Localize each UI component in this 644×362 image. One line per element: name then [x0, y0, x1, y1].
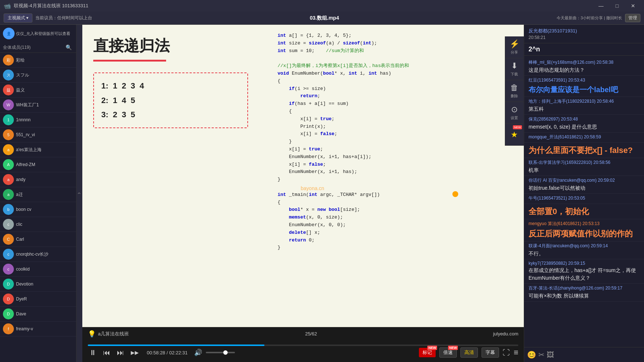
- member-name: coolkid: [16, 267, 30, 272]
- delete-button[interactable]: 🗑 删除: [505, 80, 523, 102]
- sidebar-member-item[interactable]: W WH装工厂1: [0, 98, 76, 113]
- message-text: 初始true.false可以然被动: [529, 184, 640, 192]
- close-button[interactable]: ✕: [626, 0, 640, 12]
- member-count-label: 全体成员(119): [3, 44, 64, 51]
- message-user: 你话行 AI 百安(rancuken@qq.com) 20:59:02: [529, 177, 640, 184]
- right-panel: 反光都都(2351071931) 20:58:21 2^n 棒棒_ml_留(×y…: [524, 25, 644, 362]
- user-avatar: 👤: [3, 28, 15, 39]
- emoji-button[interactable]: 😊: [527, 350, 536, 359]
- menu-button[interactable]: ≡: [514, 348, 518, 357]
- slide-title: 直接递归法: [93, 36, 248, 56]
- member-avatar: 益: [3, 84, 14, 95]
- chat-messages[interactable]: 棒棒_ml_留(×y168sms@126.com) 20:58:38 这是用动态…: [524, 56, 644, 347]
- sidebar-member-item[interactable]: 彩 彩绘: [0, 53, 76, 68]
- window-controls: — □ ✕: [594, 0, 640, 12]
- play-pause-button[interactable]: ⏸: [88, 348, 98, 358]
- message-user: mongque_开法(614018621) 20:58:59: [529, 134, 640, 140]
- screenshot-button[interactable]: 🖼: [547, 351, 554, 359]
- sidebar-member-item[interactable]: D Devotion: [0, 277, 76, 292]
- chat-message: 联课-4月面(rancuken@qq.com) 20:59:14 不行。: [524, 241, 644, 259]
- message-user: 联系-出学算法学习(1659222810) 20:58:56: [529, 160, 640, 166]
- sidebar-member-item[interactable]: D Dave: [0, 307, 76, 322]
- share-button[interactable]: ⚡ 分享: [505, 36, 523, 58]
- subtitle-button[interactable]: 字幕: [482, 347, 499, 358]
- forward-button[interactable]: ▶▶: [129, 349, 140, 356]
- member-name: DyeR: [16, 296, 27, 302]
- message-text: 在那成立的情况上，has+a[]才 符=sum之，再使EnumNumber有什么…: [529, 267, 640, 282]
- message-text: 反正后两项赋值作以别的作的: [529, 228, 640, 240]
- settings-button[interactable]: ⊙ 设置: [505, 102, 523, 124]
- sidebar-member-item[interactable]: c clic: [0, 217, 76, 232]
- video-slide: 直接递归法 1: 1 2 3 4 2: 1 4 5 3: 2 3 5 int a…: [82, 25, 524, 327]
- header-time: 20:58:21: [529, 35, 640, 40]
- slide-code-content: 1: 1 2 3 4 2: 1 4 5 3: 2 3 5: [101, 79, 240, 122]
- search-button[interactable]: 🔍: [64, 44, 73, 51]
- sidebar-collapse-arrow[interactable]: ‹: [76, 25, 82, 362]
- next-button[interactable]: ⏭: [115, 348, 126, 358]
- view-mode-dropdown[interactable]: 主视频式 ▾: [4, 13, 32, 23]
- sidebar-member-item[interactable]: c cnorqbhc-cv长沙: [0, 247, 76, 262]
- member-name: clic: [16, 222, 22, 227]
- chat-message: 百牙-算法-长话(zhanyihong@126.com) 20:59:17 可能…: [524, 284, 644, 302]
- minimize-button[interactable]: —: [594, 0, 608, 12]
- sidebar-member-item[interactable]: 5 551_rv_vi: [0, 127, 76, 142]
- favorite-button[interactable]: NEW ★: [505, 124, 523, 146]
- message-user: 联课-4月面(rancuken@qq.com) 20:59:14: [529, 243, 640, 249]
- download-button[interactable]: ⬇ 下载: [505, 58, 523, 80]
- member-avatar: a: [3, 189, 14, 200]
- slide-left: 直接递归法 1: 1 2 3 4 2: 1 4 5 3: 2 3 5: [82, 25, 259, 327]
- video-content[interactable]: 直接递归法 1: 1 2 3 4 2: 1 4 5 3: 2 3 5 int a…: [82, 25, 524, 327]
- message-text: 为什么里面不要把x[] - false?: [529, 144, 640, 156]
- cursor-dot: [452, 191, 458, 197]
- member-avatar: 1: [3, 114, 14, 125]
- member-name: andy: [16, 177, 25, 182]
- sidebar-member-item[interactable]: f freamy-v: [0, 322, 76, 337]
- message-user: 午号(11965473521) 20:53:05: [529, 195, 640, 201]
- member-avatar: D: [3, 308, 14, 319]
- watermark: bayona.cn: [301, 185, 325, 191]
- message-text: 不行。: [529, 250, 640, 257]
- title-bar: 📹 联视频-4月算法在线班 1013633311 — □ ✕: [0, 0, 644, 12]
- chat-input-area: 😊 ✂ 🖼: [524, 347, 644, 362]
- volume-slider[interactable]: [206, 352, 235, 353]
- mark-button[interactable]: 标记 NEW: [419, 348, 436, 357]
- member-name: スフル: [16, 72, 29, 78]
- speed-new-badge: NEW: [448, 346, 458, 350]
- sidebar-member-item[interactable]: C Carl: [0, 232, 76, 247]
- hd-button[interactable]: 高清: [460, 347, 478, 358]
- sidebar-member-item[interactable]: a andy: [0, 172, 76, 187]
- delete-icon: 🗑: [510, 83, 518, 93]
- sidebar-member-item[interactable]: D DyeR: [0, 292, 76, 307]
- prev-button[interactable]: ⏮: [102, 348, 112, 358]
- sidebar-member-item[interactable]: b boon cv: [0, 202, 76, 217]
- sidebar-member-item[interactable]: a a'es算法上海: [0, 142, 76, 157]
- chat-message: 午号(11965473521) 20:53:05: [524, 194, 644, 204]
- member-name: Dave: [16, 311, 26, 316]
- member-name: 551_rv_vi: [16, 132, 35, 137]
- app-icon: 📹: [4, 3, 11, 9]
- image-button[interactable]: ✂: [538, 350, 545, 359]
- fullscreen-button[interactable]: ⛶: [503, 349, 510, 357]
- sidebar-member-item[interactable]: 益 益义: [0, 83, 76, 98]
- progress-fill: [88, 345, 264, 346]
- message-user: 保克(28562697) 20:53:48: [529, 116, 640, 122]
- manage-button[interactable]: 管理: [625, 14, 640, 22]
- member-avatar: a: [3, 144, 14, 155]
- member-avatar: f: [3, 323, 14, 334]
- maximize-button[interactable]: □: [610, 0, 624, 12]
- sidebar-member-item[interactable]: 1 1nnnnn: [0, 113, 76, 127]
- content-area: 👤 仅仅_允入和登级版所可以查看 全体成员(119) 🔍 彩 彩绘 ス スフル …: [0, 25, 644, 362]
- member-name: 1nnnnn: [16, 117, 31, 122]
- sidebar-member-item[interactable]: a a迁: [0, 187, 76, 202]
- video-info-left: 💡 a几算法在线班: [88, 330, 129, 338]
- sidebar-member-item[interactable]: c coolkid: [0, 262, 76, 277]
- speed-button[interactable]: 倍速 NEW: [439, 347, 457, 358]
- sidebar-member-item[interactable]: ス スフル: [0, 68, 76, 83]
- sidebar-member-item[interactable]: A Alfred-ZM: [0, 157, 76, 172]
- message-text: memset(x, 0, size) 是什么意思: [529, 123, 640, 131]
- video-area: 直接递归法 1: 1 2 3 4 2: 1 4 5 3: 2 3 5 int a…: [82, 25, 524, 362]
- sidebar-member-list[interactable]: 彩 彩绘 ス スフル 益 益义 W WH装工厂1 1 1nnnnn 5 551_…: [0, 53, 76, 362]
- member-name: 益义: [16, 87, 25, 93]
- member-avatar: c: [3, 219, 14, 230]
- sidebar: 👤 仅仅_允入和登级版所可以查看 全体成员(119) 🔍 彩 彩绘 ス スフル …: [0, 25, 76, 362]
